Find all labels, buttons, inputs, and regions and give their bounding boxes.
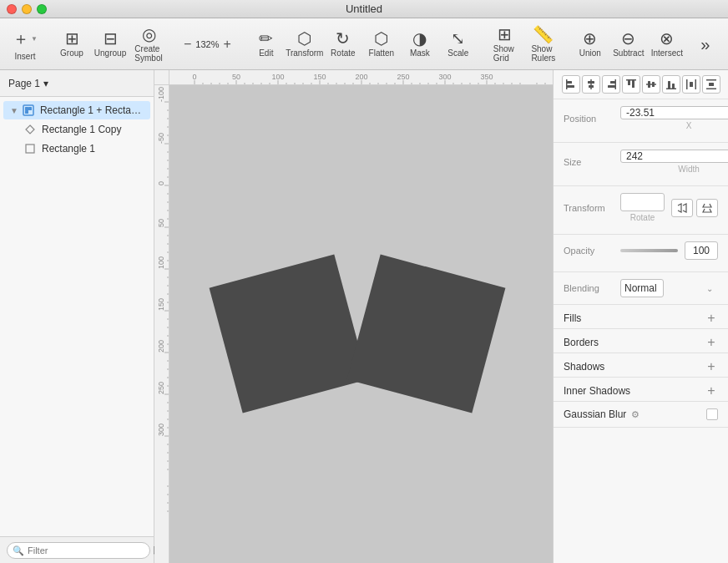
zoom-in-button[interactable]: + xyxy=(221,38,232,51)
more-button[interactable]: » xyxy=(687,23,724,66)
blending-chevron-icon: ⌄ xyxy=(706,284,713,293)
fills-title: Fills xyxy=(564,312,581,324)
show-rulers-button[interactable]: 📏 Show Rulers xyxy=(525,23,562,66)
filter-input[interactable] xyxy=(7,542,150,559)
create-symbol-icon: ◎ xyxy=(142,26,156,43)
align-left-button[interactable] xyxy=(562,75,580,94)
svg-rect-5 xyxy=(26,145,34,153)
svg-rect-26 xyxy=(690,82,693,87)
shape-rect-left[interactable] xyxy=(210,255,368,413)
filter-wrapper: 🔍 xyxy=(7,542,150,559)
window-title: Untitled xyxy=(346,3,382,15)
flip-buttons xyxy=(671,199,718,217)
group-button[interactable]: ⊞ Group xyxy=(53,23,90,66)
fills-add-button[interactable]: + xyxy=(705,312,718,325)
show-grid-button[interactable]: ⊞ Show Grid xyxy=(487,23,523,66)
canvas[interactable] xyxy=(169,85,553,563)
close-button[interactable] xyxy=(7,4,17,14)
ruler-h-canvas xyxy=(169,70,553,85)
sidebar-header: Page 1 ▾ xyxy=(0,70,154,97)
position-row: Position X Y xyxy=(564,106,718,130)
main-layout: Page 1 ▾ ▼ Rectangle 1 + Rectan... Recta… xyxy=(0,70,728,563)
flip-h-button[interactable] xyxy=(671,199,693,217)
svg-rect-13 xyxy=(608,85,615,88)
transform-section: Transform Rotate xyxy=(554,186,728,235)
size-row: Size Width 🔗 Height xyxy=(564,150,718,174)
transform-label: Transform xyxy=(564,203,614,213)
align-top-button[interactable] xyxy=(622,75,640,94)
shadows-add-button[interactable]: + xyxy=(705,360,718,373)
mask-label: Mask xyxy=(410,48,430,58)
titlebar: Untitled xyxy=(0,0,728,18)
svg-rect-29 xyxy=(709,83,714,86)
svg-rect-12 xyxy=(610,81,615,84)
align-center-h-button[interactable] xyxy=(582,75,600,94)
ruler-top-row xyxy=(154,70,553,85)
blending-select-wrapper: Normal Darken Multiply Lighten Screen Ov… xyxy=(620,279,718,297)
gaussian-blur-settings-icon[interactable]: ⚙ xyxy=(631,409,640,420)
inner-shadows-add-button[interactable]: + xyxy=(705,384,718,398)
distribute-v-button[interactable] xyxy=(702,75,720,94)
intersect-label: Intersect xyxy=(651,48,683,58)
opacity-slider[interactable] xyxy=(620,249,678,252)
create-symbol-label: Create Symbol xyxy=(134,44,162,63)
blending-select[interactable]: Normal Darken Multiply Lighten Screen Ov… xyxy=(620,279,664,297)
svg-rect-17 xyxy=(626,79,636,81)
group-label: Group xyxy=(60,48,83,58)
rotate-button[interactable]: ↻ Rotate xyxy=(325,23,361,66)
svg-marker-4 xyxy=(26,125,34,134)
rotate-label: Rotate xyxy=(331,48,355,58)
canvas-container xyxy=(154,70,553,563)
layer-item-rect-copy[interactable]: Rectangle 1 Copy xyxy=(3,120,150,139)
mask-button[interactable]: ◑ Mask xyxy=(402,23,438,66)
borders-add-button[interactable]: + xyxy=(705,336,718,349)
rotate-input[interactable] xyxy=(620,193,665,211)
svg-rect-15 xyxy=(628,80,630,85)
svg-rect-7 xyxy=(567,85,574,88)
width-input[interactable] xyxy=(620,150,728,163)
gaussian-blur-checkbox[interactable] xyxy=(706,408,718,420)
svg-rect-21 xyxy=(668,81,670,89)
gaussian-blur-text: Gaussian Blur xyxy=(564,408,626,420)
layer-group[interactable]: ▼ Rectangle 1 + Rectan... xyxy=(3,101,150,119)
svg-rect-1 xyxy=(25,107,28,110)
rect-icon xyxy=(23,142,37,155)
flatten-icon: ⬡ xyxy=(374,30,388,47)
insert-icon: ＋ xyxy=(13,28,29,50)
svg-rect-27 xyxy=(706,79,716,81)
distribute-h-button[interactable] xyxy=(682,75,700,94)
size-inputs: Width 🔗 Height xyxy=(620,150,728,174)
insert-button[interactable]: ＋ ▼ Insert xyxy=(7,23,43,66)
opacity-input[interactable] xyxy=(685,241,718,260)
intersect-icon: ⊗ xyxy=(660,30,674,47)
edit-button[interactable]: ✏ Edit xyxy=(248,23,285,66)
svg-rect-3 xyxy=(25,110,28,114)
zoom-out-button[interactable]: − xyxy=(182,38,193,51)
rotate-label: Rotate xyxy=(620,213,665,222)
shape-rect-right[interactable] xyxy=(347,255,506,413)
align-right-button[interactable] xyxy=(602,75,620,94)
show-grid-label: Show Grid xyxy=(493,44,517,63)
align-bottom-button[interactable] xyxy=(662,75,680,94)
transform-button[interactable]: ⬡ Transform xyxy=(286,23,323,66)
layer-item-rect[interactable]: Rectangle 1 xyxy=(3,139,150,158)
scale-button[interactable]: ⤡ Scale xyxy=(440,23,477,66)
borders-title: Borders xyxy=(564,337,599,348)
flatten-button[interactable]: ⬡ Flatten xyxy=(363,23,400,66)
flip-v-button[interactable] xyxy=(696,199,718,217)
shadows-title: Shadows xyxy=(564,361,604,373)
subtract-button[interactable]: ⊖ Subtract xyxy=(610,23,647,66)
union-button[interactable]: ⊕ Union xyxy=(572,23,609,66)
gaussian-blur-section: Gaussian Blur ⚙ xyxy=(554,402,728,428)
page-selector[interactable]: Page 1 ▾ xyxy=(8,78,48,89)
maximize-button[interactable] xyxy=(37,4,47,14)
position-x-input[interactable] xyxy=(620,106,728,119)
minimize-button[interactable] xyxy=(22,4,32,14)
intersect-button[interactable]: ⊗ Intersect xyxy=(649,23,685,66)
ungroup-button[interactable]: ⊟ Ungroup xyxy=(92,23,129,66)
create-symbol-button[interactable]: ◎ Create Symbol xyxy=(130,23,167,66)
position-inputs: X Y xyxy=(620,106,728,130)
align-center-v-button[interactable] xyxy=(642,75,660,94)
inner-shadows-title: Inner Shadows xyxy=(564,385,630,397)
shadows-section: Shadows + xyxy=(554,353,728,378)
